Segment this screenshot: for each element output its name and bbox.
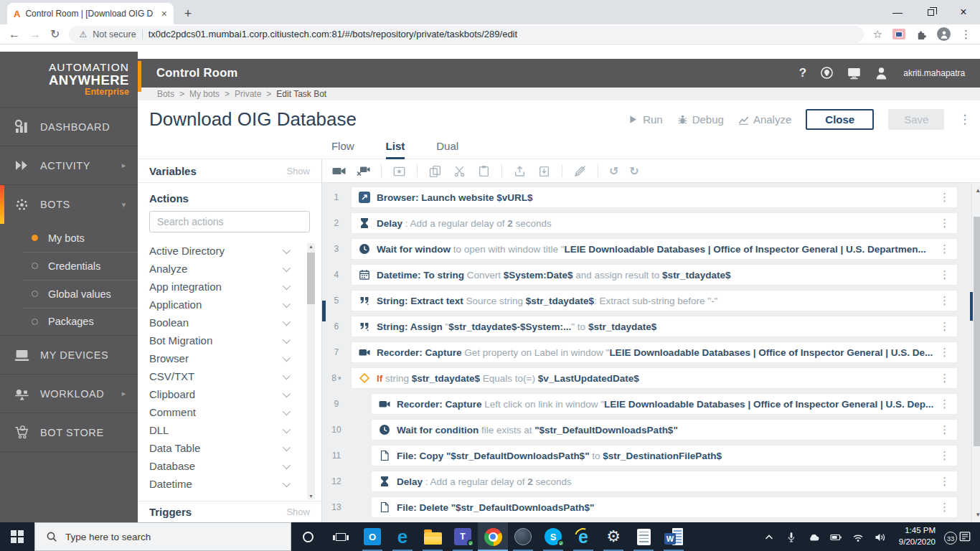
row-menu-icon[interactable]: ⋮ — [939, 397, 950, 410]
tab-close-icon[interactable]: × — [161, 8, 167, 19]
username-label[interactable]: akriti.mahapatra — [903, 68, 965, 78]
url-field[interactable]: ⚠ Not secure tx0dc2pdcs01.mumbai1.corp.c… — [69, 26, 863, 43]
sidebar-item-my-devices[interactable]: MY DEVICES — [0, 336, 138, 375]
scissors-button[interactable] — [453, 164, 466, 177]
list-scroll-up-icon[interactable]: ▲ — [972, 187, 980, 194]
action-row[interactable]: 9Recorder: Capture Left click on link in… — [322, 393, 980, 415]
action-card[interactable]: String: Extract text Source string $str_… — [351, 290, 958, 311]
action-category-active-directory[interactable]: Active Directory — [149, 242, 321, 260]
start-button[interactable] — [0, 522, 34, 551]
action-category-clipboard[interactable]: Clipboard — [149, 385, 321, 403]
row-menu-icon[interactable]: ⋮ — [939, 191, 950, 204]
tray-mic-button[interactable] — [786, 530, 797, 543]
save-button[interactable]: Save — [888, 109, 944, 130]
camera-x-button[interactable] — [357, 164, 370, 177]
action-row[interactable]: 8▾If string $str_tdaydate$ Equals to(=) … — [322, 367, 980, 389]
undo-icon[interactable]: ↺ — [609, 164, 618, 178]
refresh-icon[interactable]: ↻ — [50, 27, 60, 41]
breadcrumb-link[interactable]: My bots — [189, 89, 220, 99]
debug-button[interactable]: Debug — [677, 113, 724, 126]
row-menu-icon[interactable]: ⋮ — [939, 449, 950, 462]
window-close-button[interactable]: × — [947, 6, 980, 19]
tray-speaker-button[interactable] — [875, 530, 886, 543]
action-card[interactable]: Recorder: Capture Left click on link in … — [371, 393, 958, 415]
action-category-application[interactable]: Application — [149, 296, 321, 314]
row-menu-icon[interactable]: ⋮ — [939, 372, 950, 385]
browser-tab[interactable]: A Control Room | [Download OIG D × — [7, 3, 174, 24]
tray-chevron-up-button[interactable] — [763, 530, 775, 543]
row-menu-icon[interactable]: ⋮ — [939, 242, 950, 255]
record-button[interactable] — [332, 164, 346, 177]
sidebar-item-my-bots[interactable]: My bots — [0, 224, 138, 252]
analyze-button[interactable]: Analyze — [738, 113, 791, 126]
sidebar-item-dashboard[interactable]: DASHBOARD — [0, 108, 138, 146]
paste-button[interactable] — [477, 164, 491, 177]
extensions-puzzle-icon[interactable] — [915, 29, 927, 40]
sidebar-item-global-values[interactable]: Global values — [0, 280, 138, 308]
action-card[interactable]: Wait for condition file exists at "$str_… — [371, 419, 958, 441]
action-category-datetime[interactable]: Datetime — [149, 475, 321, 493]
action-card[interactable]: String: Assign "$str_tdaydate$-$System:.… — [351, 316, 958, 337]
collapse-chevron-icon[interactable]: ▾ — [338, 375, 341, 382]
pen-slash-button[interactable] — [573, 164, 587, 177]
action-row[interactable]: 7Recorder: Capture Get property on Label… — [322, 342, 980, 363]
extension-icon[interactable] — [892, 29, 905, 39]
tab-list[interactable]: List — [386, 140, 405, 159]
actions-scrollbar[interactable]: ▲ ▼ — [307, 243, 315, 499]
action-card[interactable]: Delay : Add a regular delay of 2 seconds… — [371, 471, 958, 492]
action-card[interactable]: File: Delete "$str_DefaultDownloadsPath$… — [371, 496, 958, 518]
row-menu-icon[interactable]: ⋮ — [939, 423, 950, 436]
action-category-dll[interactable]: DLL — [149, 421, 321, 439]
sidebar-item-activity[interactable]: ACTIVITY▸ — [0, 146, 138, 185]
sidebar-item-bots[interactable]: BOTS▾ — [0, 185, 138, 224]
row-menu-icon[interactable]: ⋮ — [939, 268, 950, 281]
row-menu-icon[interactable]: ⋮ — [939, 294, 950, 307]
action-category-app-integration[interactable]: App integration — [149, 278, 321, 296]
action-row[interactable]: 5String: Extract text Source string $str… — [322, 290, 980, 311]
action-row[interactable]: 11File: Copy "$str_DefaultDownloadsPath$… — [322, 445, 980, 466]
row-menu-icon[interactable]: ⋮ — [939, 475, 950, 488]
tab-dual[interactable]: Dual — [436, 140, 458, 159]
sidebar-item-workload[interactable]: WORKLOAD▸ — [0, 375, 138, 413]
variables-show-link[interactable]: Show — [286, 166, 310, 176]
forward-icon[interactable]: → — [29, 28, 41, 41]
sidebar-item-bot-store[interactable]: BOT STORE — [0, 413, 138, 452]
action-category-browser[interactable]: Browser — [149, 349, 321, 367]
back-icon[interactable]: ← — [9, 28, 20, 41]
task-view-button[interactable] — [324, 522, 357, 551]
action-row[interactable]: 12Delay : Add a regular delay of 2 secon… — [322, 471, 980, 492]
taskbar-app-outlook[interactable]: O — [357, 522, 387, 551]
list-scrollbar-thumb[interactable] — [974, 217, 980, 446]
browser-menu-icon[interactable]: ⋮ — [961, 28, 971, 41]
row-menu-icon[interactable]: ⋮ — [939, 346, 950, 359]
new-tab-button[interactable]: + — [178, 4, 198, 24]
copy-button[interactable] — [428, 164, 442, 177]
list-scrollbar[interactable]: ▲ ▼ — [971, 183, 980, 522]
row-menu-icon[interactable]: ⋮ — [939, 320, 950, 333]
action-row[interactable]: 6String: Assign "$str_tdaydate$-$System:… — [322, 316, 980, 337]
run-button[interactable]: Run — [628, 113, 663, 126]
row-menu-icon[interactable]: ⋮ — [939, 217, 950, 230]
action-category-data-table[interactable]: Data Table — [149, 439, 321, 457]
scroll-up-icon[interactable]: ▲ — [307, 244, 315, 249]
action-category-comment[interactable]: Comment — [149, 403, 321, 421]
search-actions-box[interactable] — [149, 211, 310, 232]
action-category-analyze[interactable]: Analyze — [149, 260, 321, 278]
action-category-bot-migration[interactable]: Bot Migration — [149, 331, 321, 349]
taskbar-app-skype[interactable]: S✓ — [538, 522, 568, 551]
sidebar-item-packages[interactable]: Packages — [0, 308, 138, 336]
taskbar-search-box[interactable]: Type here to search — [34, 522, 291, 551]
breadcrumb-link[interactable]: Private — [235, 89, 261, 99]
taskbar-app-internet-explorer[interactable]: e — [568, 522, 598, 551]
search-actions-input[interactable] — [157, 216, 302, 227]
taskbar-app-teams[interactable]: T✓ — [448, 522, 478, 551]
sidebar-item-credentials[interactable]: Credentials — [0, 252, 138, 280]
upload-button[interactable] — [513, 164, 527, 177]
action-card[interactable]: Delay : Add a regular delay of 2 seconds… — [351, 212, 958, 234]
title-menu-icon[interactable]: ⋮ — [958, 112, 971, 127]
action-category-boolean[interactable]: Boolean — [149, 314, 321, 331]
action-card[interactable]: File: Copy "$str_DefaultDownloadsPath$" … — [371, 445, 958, 466]
user-icon[interactable] — [875, 66, 888, 80]
tab-flow[interactable]: Flow — [331, 140, 354, 159]
help-icon[interactable]: ? — [799, 66, 806, 80]
